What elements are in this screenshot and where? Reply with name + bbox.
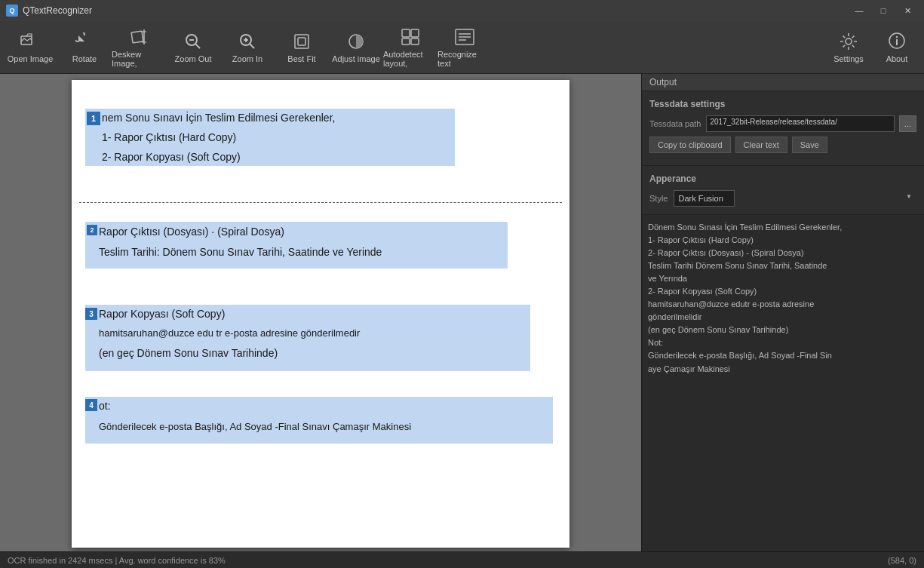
maximize-button[interactable]: □ bbox=[873, 4, 894, 17]
recognize-text-icon bbox=[454, 26, 475, 48]
doc-text-6: Rapor Kopyası (Soft Copy) bbox=[99, 308, 225, 320]
doc-text-5: Teslim Tarihi: Dönem Sonu Sınav Tarihi, … bbox=[99, 246, 382, 258]
window-controls: — □ ✕ bbox=[849, 4, 918, 17]
doc-text-7: hamitsaruhan@duzce edu tr e-posta adresi… bbox=[99, 327, 360, 339]
open-image-label: Open Image bbox=[8, 54, 54, 63]
recognize-text-button[interactable]: Recognize text bbox=[437, 23, 492, 72]
adjust-image-label: Adjust image bbox=[332, 54, 380, 63]
output-header: Output bbox=[642, 74, 924, 91]
deskew-image-icon bbox=[128, 26, 149, 48]
divider-line bbox=[79, 202, 562, 203]
about-button[interactable]: About bbox=[873, 23, 921, 72]
app-title: QTextRecognizer bbox=[23, 5, 849, 16]
doc-text-9: ot: bbox=[99, 400, 111, 412]
tessdata-path-label: Tessdata path bbox=[649, 119, 701, 128]
ocr-status-text: OCR finished in 2424 msecs | Avg. word c… bbox=[8, 556, 226, 565]
svg-rect-16 bbox=[402, 29, 410, 37]
right-panel: Output Tessdata settings Tessdata path 2… bbox=[641, 74, 924, 551]
output-label: Output bbox=[649, 77, 677, 88]
app-icon: Q bbox=[6, 5, 18, 17]
zoom-in-button[interactable]: Zoom In bbox=[220, 23, 275, 72]
doc-text-4: Rapor Çıktısı (Dosyası) · (Spiral Dosya) bbox=[99, 226, 284, 238]
appearance-section: Apperance Style Dark Fusion Fusion Windo… bbox=[642, 166, 924, 215]
open-image-button[interactable]: Open Image bbox=[3, 23, 57, 72]
deskew-image-label: Deskew Image, bbox=[112, 50, 166, 68]
settings-icon bbox=[838, 31, 859, 52]
about-label: About bbox=[886, 54, 908, 63]
zoom-out-button[interactable]: Zoom Out bbox=[166, 23, 220, 72]
tessdata-browse-button[interactable]: ... bbox=[899, 115, 916, 132]
document-page: 1 2 3 4 nem Sonu Sınavı İçin Teslim Edil… bbox=[72, 80, 569, 548]
close-button[interactable]: ✕ bbox=[897, 4, 918, 17]
ocr-highlight-4 bbox=[85, 397, 553, 444]
rotate-icon bbox=[74, 31, 95, 52]
rotate-button[interactable]: Rotate bbox=[57, 23, 112, 72]
zoom-out-icon bbox=[183, 31, 204, 52]
zoom-out-label: Zoom Out bbox=[175, 54, 212, 63]
svg-marker-1 bbox=[78, 35, 84, 41]
toolbar: Open Image Rotate Deskew Image, bbox=[0, 21, 924, 74]
clear-text-button[interactable]: Clear text bbox=[735, 137, 787, 153]
deskew-image-button[interactable]: Deskew Image, bbox=[112, 23, 166, 72]
badge-4: 4 bbox=[85, 399, 97, 411]
tessdata-title: Tessdata settings bbox=[649, 99, 916, 109]
main-area: 1 2 3 4 nem Sonu Sınavı İçin Teslim Edil… bbox=[0, 74, 924, 551]
rotate-label: Rotate bbox=[72, 54, 97, 63]
style-row: Style Dark Fusion Fusion Windows Windows… bbox=[649, 190, 916, 207]
svg-line-12 bbox=[250, 44, 254, 48]
zoom-in-icon bbox=[237, 31, 258, 52]
doc-text-10: Gönderilecek e-posta Başlığı, Ad Soyad -… bbox=[99, 421, 411, 432]
svg-rect-13 bbox=[295, 35, 309, 48]
doc-text-2: 1- Rapor Çıktısı (Hard Copy) bbox=[102, 131, 236, 143]
recognize-text-label: Recognize text bbox=[437, 50, 492, 68]
style-select-wrapper: Dark Fusion Fusion Windows WindowsVista bbox=[674, 190, 916, 207]
appearance-title: Apperance bbox=[649, 173, 916, 184]
best-fit-icon bbox=[291, 31, 312, 52]
autodetect-layout-button[interactable]: Autodetect layout, bbox=[383, 23, 437, 72]
zoom-in-label: Zoom In bbox=[232, 54, 262, 63]
svg-point-24 bbox=[846, 38, 852, 45]
settings-label: Settings bbox=[833, 54, 864, 63]
badge-1: 1 bbox=[87, 112, 100, 125]
about-icon bbox=[886, 31, 907, 52]
title-bar: Q QTextRecognizer — □ ✕ bbox=[0, 0, 924, 21]
svg-rect-18 bbox=[402, 38, 410, 45]
style-select[interactable]: Dark Fusion Fusion Windows WindowsVista bbox=[674, 190, 735, 207]
coords-text: (584, 0) bbox=[888, 556, 916, 565]
svg-rect-17 bbox=[411, 29, 419, 37]
open-image-icon bbox=[20, 31, 41, 52]
status-bar: OCR finished in 2424 msecs | Avg. word c… bbox=[0, 551, 924, 568]
best-fit-button[interactable]: Best Fit bbox=[275, 23, 329, 72]
svg-line-8 bbox=[195, 44, 200, 48]
output-buttons-row: Copy to clipboard Clear text Save bbox=[649, 137, 916, 153]
style-label: Style bbox=[649, 194, 668, 203]
output-text-content: Dönem Sonu Sınası İçin Teslim Edilmesi G… bbox=[648, 221, 918, 376]
adjust-image-button[interactable]: Adjust image bbox=[329, 23, 383, 72]
tessdata-path-row: Tessdata path 2017_32bit-Release/release… bbox=[649, 115, 916, 132]
autodetect-layout-label: Autodetect layout, bbox=[383, 50, 437, 68]
badge-3: 3 bbox=[85, 308, 97, 320]
svg-rect-19 bbox=[411, 38, 419, 45]
badge-2: 2 bbox=[87, 225, 97, 235]
output-text-area[interactable]: Dönem Sonu Sınası İçin Teslim Edilmesi G… bbox=[642, 215, 924, 551]
save-button[interactable]: Save bbox=[792, 137, 827, 153]
svg-rect-2 bbox=[131, 31, 143, 43]
copy-to-clipboard-button[interactable]: Copy to clipboard bbox=[649, 137, 731, 153]
doc-text-3: 2- Rapor Kopyası (Soft Copy) bbox=[102, 151, 241, 163]
autodetect-layout-icon bbox=[400, 26, 421, 48]
adjust-image-icon bbox=[345, 31, 367, 52]
tessdata-path-input[interactable]: 2017_32bit-Release/release/tessdata/ bbox=[706, 115, 895, 132]
svg-rect-14 bbox=[298, 38, 305, 45]
best-fit-label: Best Fit bbox=[287, 54, 315, 63]
tessdata-section: Tessdata settings Tessdata path 2017_32b… bbox=[642, 91, 924, 166]
canvas-area[interactable]: 1 2 3 4 nem Sonu Sınavı İçin Teslim Edil… bbox=[0, 74, 641, 551]
doc-text-1: nem Sonu Sınavı İçin Teslim Edilmesi Ger… bbox=[102, 112, 335, 124]
svg-point-27 bbox=[896, 36, 898, 38]
settings-button[interactable]: Settings bbox=[824, 23, 873, 72]
minimize-button[interactable]: — bbox=[849, 4, 870, 17]
doc-text-8: (en geç Dönem Sonu Sınav Tarihinde) bbox=[99, 347, 278, 359]
